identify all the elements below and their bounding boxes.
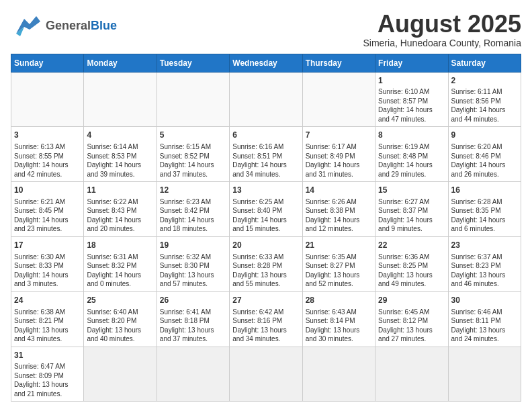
- day-info: Sunrise: 6:36 AM Sunset: 8:25 PM Dayligh…: [378, 253, 445, 289]
- day-number: 27: [232, 295, 299, 306]
- day-number: 29: [378, 295, 445, 306]
- logo-blue: Blue: [91, 19, 117, 32]
- day-info: Sunrise: 6:31 AM Sunset: 8:32 PM Dayligh…: [87, 253, 153, 289]
- logo: GeneralBlue: [11, 11, 117, 42]
- weekday-header-sunday: Sunday: [11, 54, 84, 72]
- day-number: 28: [306, 295, 372, 306]
- day-info: Sunrise: 6:28 AM Sunset: 8:35 PM Dayligh…: [451, 197, 518, 234]
- day-info: Sunrise: 6:47 AM Sunset: 8:09 PM Dayligh…: [14, 362, 81, 398]
- month-title: August 2025: [363, 11, 521, 38]
- day-number: 14: [306, 185, 372, 196]
- day-number: 3: [14, 130, 81, 141]
- day-info: Sunrise: 6:11 AM Sunset: 8:56 PM Dayligh…: [451, 87, 518, 124]
- day-number: 7: [306, 130, 372, 141]
- calendar-cell: [11, 72, 84, 127]
- day-info: Sunrise: 6:43 AM Sunset: 8:14 PM Dayligh…: [306, 308, 372, 344]
- day-number: 30: [451, 295, 518, 306]
- calendar-cell: 5Sunrise: 6:15 AM Sunset: 8:52 PM Daylig…: [157, 127, 229, 182]
- calendar-cell: 3Sunrise: 6:13 AM Sunset: 8:55 PM Daylig…: [11, 127, 84, 182]
- day-number: 8: [378, 130, 445, 141]
- logo-svg-area: [11, 11, 43, 42]
- day-number: 26: [160, 295, 226, 306]
- calendar-cell: 1Sunrise: 6:10 AM Sunset: 8:57 PM Daylig…: [375, 72, 448, 127]
- week-row-1: 1Sunrise: 6:10 AM Sunset: 8:57 PM Daylig…: [11, 72, 521, 127]
- calendar-cell: 26Sunrise: 6:41 AM Sunset: 8:18 PM Dayli…: [157, 291, 229, 347]
- day-number: 10: [14, 185, 81, 196]
- day-number: 6: [232, 130, 299, 141]
- day-number: 17: [14, 240, 81, 251]
- day-info: Sunrise: 6:22 AM Sunset: 8:43 PM Dayligh…: [87, 197, 153, 234]
- calendar-cell: [157, 72, 229, 127]
- calendar-cell: 24Sunrise: 6:38 AM Sunset: 8:21 PM Dayli…: [11, 291, 84, 347]
- day-info: Sunrise: 6:38 AM Sunset: 8:21 PM Dayligh…: [14, 308, 81, 344]
- day-info: Sunrise: 6:13 AM Sunset: 8:55 PM Dayligh…: [14, 142, 81, 179]
- calendar-cell: 27Sunrise: 6:42 AM Sunset: 8:16 PM Dayli…: [230, 291, 302, 347]
- day-number: 9: [451, 130, 518, 141]
- week-row-5: 24Sunrise: 6:38 AM Sunset: 8:21 PM Dayli…: [11, 291, 521, 347]
- calendar-cell: 10Sunrise: 6:21 AM Sunset: 8:45 PM Dayli…: [11, 182, 84, 237]
- calendar-cell: 9Sunrise: 6:20 AM Sunset: 8:46 PM Daylig…: [448, 127, 521, 182]
- calendar-cell: [302, 72, 375, 127]
- day-info: Sunrise: 6:40 AM Sunset: 8:20 PM Dayligh…: [87, 308, 153, 344]
- day-info: Sunrise: 6:37 AM Sunset: 8:23 PM Dayligh…: [451, 253, 518, 289]
- calendar-cell: 7Sunrise: 6:17 AM Sunset: 8:49 PM Daylig…: [302, 127, 375, 182]
- day-number: 16: [451, 185, 518, 196]
- calendar-cell: 12Sunrise: 6:23 AM Sunset: 8:42 PM Dayli…: [157, 182, 229, 237]
- day-info: Sunrise: 6:30 AM Sunset: 8:33 PM Dayligh…: [14, 253, 81, 289]
- day-info: Sunrise: 6:46 AM Sunset: 8:11 PM Dayligh…: [451, 308, 518, 344]
- week-row-6: 31Sunrise: 6:47 AM Sunset: 8:09 PM Dayli…: [11, 347, 521, 402]
- calendar-cell: [84, 347, 157, 402]
- subtitle: Simeria, Hunedoara County, Romania: [363, 38, 521, 48]
- calendar-cell: 14Sunrise: 6:26 AM Sunset: 8:38 PM Dayli…: [302, 182, 375, 237]
- day-info: Sunrise: 6:23 AM Sunset: 8:42 PM Dayligh…: [160, 197, 226, 234]
- calendar-cell: 30Sunrise: 6:46 AM Sunset: 8:11 PM Dayli…: [448, 291, 521, 347]
- logo-general: General: [46, 19, 91, 32]
- calendar-cell: 22Sunrise: 6:36 AM Sunset: 8:25 PM Dayli…: [375, 236, 448, 291]
- calendar-cell: 8Sunrise: 6:19 AM Sunset: 8:48 PM Daylig…: [375, 127, 448, 182]
- day-number: 22: [378, 240, 445, 251]
- calendar-cell: [84, 72, 157, 127]
- weekday-header-tuesday: Tuesday: [157, 54, 229, 72]
- day-info: Sunrise: 6:27 AM Sunset: 8:37 PM Dayligh…: [378, 197, 445, 234]
- day-info: Sunrise: 6:42 AM Sunset: 8:16 PM Dayligh…: [232, 308, 299, 344]
- week-row-4: 17Sunrise: 6:30 AM Sunset: 8:33 PM Dayli…: [11, 236, 521, 291]
- day-number: 25: [87, 295, 153, 306]
- calendar-cell: [157, 347, 229, 402]
- calendar-cell: 13Sunrise: 6:25 AM Sunset: 8:40 PM Dayli…: [230, 182, 302, 237]
- calendar-cell: [230, 72, 302, 127]
- calendar-cell: 2Sunrise: 6:11 AM Sunset: 8:56 PM Daylig…: [448, 72, 521, 127]
- day-number: 2: [451, 75, 518, 87]
- calendar-cell: 28Sunrise: 6:43 AM Sunset: 8:14 PM Dayli…: [302, 291, 375, 347]
- day-number: 20: [232, 240, 299, 251]
- day-number: 19: [160, 240, 226, 251]
- title-area: August 2025 Simeria, Hunedoara County, R…: [363, 11, 521, 48]
- calendar-cell: 31Sunrise: 6:47 AM Sunset: 8:09 PM Dayli…: [11, 347, 84, 402]
- day-info: Sunrise: 6:16 AM Sunset: 8:51 PM Dayligh…: [232, 142, 299, 179]
- weekday-header-monday: Monday: [84, 54, 157, 72]
- day-info: Sunrise: 6:45 AM Sunset: 8:12 PM Dayligh…: [378, 308, 445, 344]
- calendar-cell: 19Sunrise: 6:32 AM Sunset: 8:30 PM Dayli…: [157, 236, 229, 291]
- calendar-cell: 20Sunrise: 6:33 AM Sunset: 8:28 PM Dayli…: [230, 236, 302, 291]
- day-info: Sunrise: 6:26 AM Sunset: 8:38 PM Dayligh…: [306, 197, 372, 234]
- day-info: Sunrise: 6:19 AM Sunset: 8:48 PM Dayligh…: [378, 142, 445, 179]
- day-number: 12: [160, 185, 226, 196]
- day-number: 11: [87, 185, 153, 196]
- day-number: 23: [451, 240, 518, 251]
- week-row-2: 3Sunrise: 6:13 AM Sunset: 8:55 PM Daylig…: [11, 127, 521, 182]
- day-info: Sunrise: 6:25 AM Sunset: 8:40 PM Dayligh…: [232, 197, 299, 234]
- weekday-header-row: SundayMondayTuesdayWednesdayThursdayFrid…: [11, 54, 521, 72]
- calendar: SundayMondayTuesdayWednesdayThursdayFrid…: [11, 54, 521, 402]
- day-info: Sunrise: 6:20 AM Sunset: 8:46 PM Dayligh…: [451, 142, 518, 179]
- day-number: 5: [160, 130, 226, 141]
- day-number: 18: [87, 240, 153, 251]
- day-number: 31: [14, 350, 81, 361]
- day-number: 21: [306, 240, 372, 251]
- header: GeneralBlue August 2025 Simeria, Hunedoa…: [11, 11, 521, 48]
- calendar-cell: 29Sunrise: 6:45 AM Sunset: 8:12 PM Dayli…: [375, 291, 448, 347]
- calendar-cell: [230, 347, 302, 402]
- weekday-header-wednesday: Wednesday: [230, 54, 302, 72]
- day-info: Sunrise: 6:41 AM Sunset: 8:18 PM Dayligh…: [160, 308, 226, 344]
- weekday-header-friday: Friday: [375, 54, 448, 72]
- day-number: 1: [378, 75, 445, 87]
- day-number: 15: [378, 185, 445, 196]
